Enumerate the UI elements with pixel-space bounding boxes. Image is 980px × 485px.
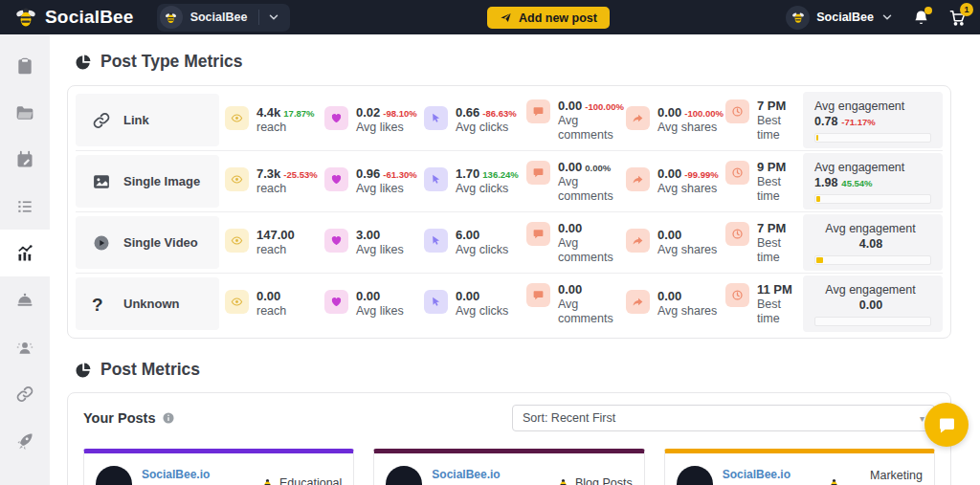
chat-widget-button[interactable] [924, 403, 969, 447]
post-type-table-body: Link 4.4k17.87% reach 0.02-98.10% Avg li… [76, 90, 943, 334]
info-icon[interactable] [162, 411, 175, 425]
metric-label: reach [256, 304, 286, 319]
sidebar-item-clipboard[interactable] [0, 42, 50, 89]
account-avatar [786, 6, 810, 30]
metric-value: 147.00 [256, 228, 295, 242]
post-account-link[interactable]: SocialBee.io [723, 468, 807, 481]
shares-icon [626, 290, 650, 314]
metric-value: 3.00 [356, 228, 380, 242]
add-new-post-label: Add new post [519, 11, 597, 25]
post-account-link[interactable]: SocialBee.io [142, 468, 226, 481]
metrics-cells: 4.4k17.87% reach 0.02-98.10% Avg likes 0… [219, 90, 803, 150]
metric-label: reach [256, 243, 295, 257]
likes-icon [324, 167, 348, 191]
metric-cell: 0.00 Avg clicks [424, 289, 526, 319]
metric-cell: 1.70136.24% Avg clicks [424, 166, 526, 196]
metric-label: Avg comments [558, 298, 626, 326]
time-icon [725, 222, 749, 246]
cart-button[interactable]: 1 [948, 9, 967, 27]
post-card[interactable]: SocialBee.io 06 April at 17:03 Education… [83, 449, 354, 485]
metric-value: 0.00 [356, 289, 380, 303]
metrics-cells: 147.00 reach 3.00 Avg likes 6.00 Avg cli… [219, 212, 803, 273]
sidebar [0, 34, 50, 485]
sidebar-item-audience[interactable] [0, 323, 50, 370]
post-card[interactable]: SocialBee.io 05 April at 20:29 Blog Post… [373, 449, 644, 485]
engagement-bar [814, 133, 931, 143]
metric-label: Avg comments [558, 236, 626, 265]
post-type-row: Single Video 147.00 reach 3.00 Avg likes… [76, 211, 943, 273]
post-type-name: Single Video [123, 235, 198, 250]
brand-logo[interactable]: SocialBee [13, 5, 134, 30]
sidebar-item-analytics[interactable] [0, 230, 50, 276]
bee-icon [164, 11, 178, 25]
metric-value: 0.00 [256, 289, 280, 303]
avg-engagement-cell: Avg engagement 0.00 [803, 276, 943, 332]
post-category-label: Educational [279, 476, 342, 485]
metric-percent: 136.24% [482, 169, 519, 180]
clicks-icon [424, 167, 448, 191]
metric-percent: -98.10% [383, 108, 416, 119]
workspace-avatar [160, 6, 183, 29]
sidebar-item-link[interactable] [0, 370, 50, 417]
workspace-selector[interactable]: SocialBee [157, 4, 291, 32]
your-posts-label: Your Posts [83, 410, 155, 426]
reach-icon [225, 167, 249, 191]
post-type-row: ? Unknown 0.00 reach 0.00 Avg likes 0.00… [76, 273, 943, 334]
metric-label: Avg shares [657, 243, 717, 257]
metric-value: 0.00 [657, 228, 681, 242]
comments-icon [526, 161, 550, 185]
sort-value: Sort: Recent First [523, 411, 615, 425]
metric-percent: -86.63% [482, 108, 516, 119]
metric-value: 7 PM [757, 221, 786, 235]
engagement-percent: 45.54% [841, 178, 872, 188]
chat-bubble-icon [937, 415, 957, 435]
notifications-button[interactable] [912, 9, 930, 27]
metric-label: Avg likes [356, 304, 404, 319]
engagement-bar-fill [816, 257, 823, 263]
your-posts-panel: Your Posts Sort: Recent First ▾ SocialBe… [67, 392, 951, 485]
engagement-bar [814, 194, 931, 204]
main-content: Post Type Metrics Link 4.4k17.87% reach … [50, 34, 980, 485]
bee-icon [827, 477, 841, 485]
metric-value: 4.4k [256, 105, 280, 120]
time-icon [725, 283, 749, 307]
sidebar-item-rocket[interactable] [0, 417, 50, 464]
metric-cell: 11 PM Best time [725, 282, 803, 326]
metric-cell: 4.4k17.87% reach [225, 105, 324, 135]
section-title: Post Metrics [100, 360, 200, 380]
metric-cell: 7 PM Best time [725, 99, 803, 143]
clicks-icon [424, 106, 448, 130]
bee-logo-icon [13, 5, 38, 30]
post-type-row: Single Image 7.3k-25.53% reach 0.96-61.3… [76, 150, 943, 211]
account-menu[interactable]: SocialBee [786, 6, 894, 30]
engagement-bar-fill [816, 135, 818, 141]
likes-icon [324, 106, 348, 130]
top-bar: SocialBee SocialBee Add new post SocialB… [0, 0, 980, 34]
metric-label: Avg clicks [456, 182, 519, 196]
link-icon [92, 111, 111, 130]
metric-value: 0.00 [657, 105, 681, 120]
metric-cell: 0.00 Avg shares [626, 228, 725, 257]
sidebar-item-folder[interactable] [0, 89, 50, 136]
sidebar-item-concierge[interactable] [0, 276, 50, 323]
engagement-bar [814, 317, 931, 326]
post-card[interactable]: SocialBee.io 04 April at 20:49 Marketing… [664, 449, 935, 485]
add-new-post-button[interactable]: Add new post [487, 7, 610, 29]
post-account-link[interactable]: SocialBee.io [432, 468, 516, 481]
brand-name: SocialBee [45, 7, 134, 28]
post-type-name: Unknown [123, 297, 180, 311]
engagement-value: 4.08 [859, 237, 882, 251]
reach-icon [225, 229, 249, 253]
rocket-icon [15, 431, 34, 451]
metric-cell: 0.00-100.00% Avg shares [626, 105, 725, 135]
metric-value: 0.00 [558, 282, 582, 297]
metric-label: Avg comments [558, 114, 626, 143]
metric-value: 11 PM [757, 282, 792, 297]
metric-value: 0.00 [558, 99, 582, 113]
sidebar-item-list[interactable] [0, 183, 50, 230]
engagement-label: Avg engagement [814, 99, 931, 113]
sidebar-item-calendar[interactable] [0, 136, 50, 183]
pie-chart-icon [75, 362, 92, 379]
concierge-icon [15, 291, 34, 310]
sort-select[interactable]: Sort: Recent First ▾ [512, 405, 935, 431]
